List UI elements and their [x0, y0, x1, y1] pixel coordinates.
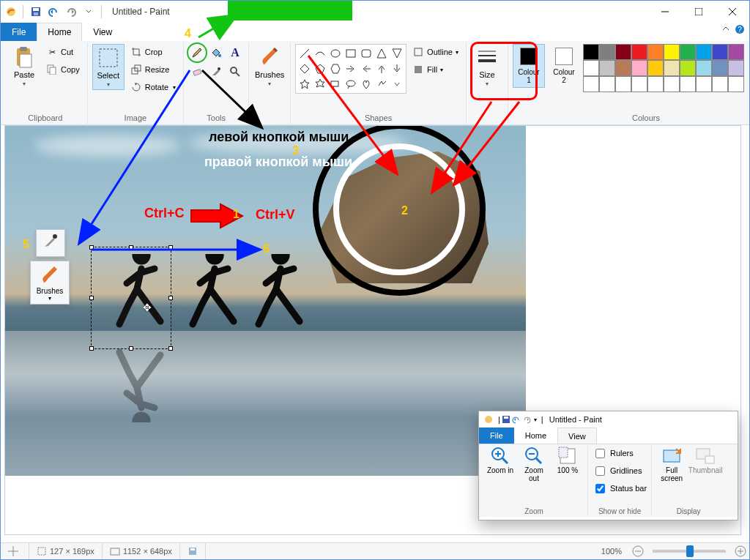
zoom-out-button[interactable]: Zoom out — [519, 446, 549, 482]
redo-icon[interactable] — [522, 415, 531, 424]
statusbar-checkbox[interactable]: Status bar — [593, 481, 647, 496]
fill-tool[interactable] — [207, 44, 225, 61]
colour-swatch[interactable] — [599, 44, 615, 60]
crop-button[interactable]: Crop — [127, 44, 179, 60]
save-icon[interactable] — [28, 4, 44, 20]
svg-rect-3 — [34, 12, 38, 15]
text-tool[interactable]: A — [226, 44, 244, 61]
colour-swatch[interactable] — [696, 60, 712, 76]
colour-swatch[interactable] — [696, 76, 712, 92]
save-icon[interactable] — [502, 415, 510, 424]
selection-size-icon — [37, 546, 47, 556]
selection-rectangle[interactable] — [91, 247, 171, 349]
zoom-out-btn[interactable] — [629, 543, 647, 559]
tab-home[interactable]: Home — [37, 23, 82, 41]
colour-swatch[interactable] — [664, 76, 680, 92]
zoom-100-button[interactable]: 100 % — [552, 446, 583, 474]
help-icon[interactable]: ? — [735, 24, 745, 34]
magnifier-tool[interactable] — [226, 63, 244, 81]
colour-swatch[interactable] — [712, 60, 728, 76]
rotate-button[interactable]: Rotate▾ — [127, 79, 179, 95]
picker-tool[interactable] — [207, 63, 225, 81]
minimize-button[interactable] — [648, 1, 682, 23]
colour-swatch[interactable] — [615, 76, 631, 92]
zoom-in-btn[interactable] — [732, 543, 749, 559]
copy-button[interactable]: Copy — [43, 61, 83, 78]
annotation-ctrl-c: Ctrl+C — [144, 206, 185, 221]
svg-rect-5 — [695, 8, 702, 15]
titlebar: Untitled - Paint — [1, 1, 749, 23]
svg-rect-65 — [705, 456, 714, 463]
floating-picker-tool[interactable] — [36, 229, 65, 257]
colour2-button[interactable]: Colour 2 — [548, 44, 580, 88]
tab-file[interactable]: File — [1, 23, 37, 41]
qat-customize-icon[interactable] — [81, 4, 97, 20]
minimize-ribbon-icon[interactable] — [721, 24, 730, 34]
resize-button[interactable]: Resize — [127, 61, 179, 78]
fullscreen-button[interactable]: Full screen — [656, 446, 687, 482]
colour-swatch[interactable] — [664, 44, 680, 60]
colour-swatch[interactable] — [647, 44, 664, 60]
mini-tab-view[interactable]: View — [557, 428, 597, 444]
edit-colours-button[interactable]: Edit colours — [747, 44, 750, 89]
svg-rect-14 — [50, 67, 56, 75]
colour-swatch[interactable] — [680, 44, 696, 60]
gridlines-checkbox[interactable]: Gridlines — [593, 463, 642, 478]
shapes-gallery[interactable] — [295, 44, 406, 94]
colour-swatch[interactable] — [712, 76, 728, 92]
colour-swatch[interactable] — [664, 60, 680, 76]
colour-swatch[interactable] — [647, 76, 664, 92]
colour-palette[interactable] — [583, 44, 744, 92]
close-button[interactable] — [716, 1, 749, 23]
paint-app-icon — [483, 414, 494, 425]
undo-icon[interactable] — [45, 4, 62, 20]
colour-swatch[interactable] — [583, 76, 599, 92]
svg-marker-30 — [316, 64, 324, 73]
canvas-size-icon — [110, 546, 120, 556]
select-button[interactable]: Select ▾ — [92, 44, 125, 90]
colour-swatch[interactable] — [631, 60, 647, 76]
colour-swatch[interactable] — [696, 44, 712, 60]
colour-swatch[interactable] — [647, 60, 664, 76]
colour-swatch[interactable] — [728, 44, 744, 60]
group-clipboard: Paste ▾ ✂Cut Copy Clipboard — [4, 42, 88, 125]
mini-tab-file[interactable]: File — [479, 428, 514, 444]
paste-button[interactable]: Paste ▾ — [8, 44, 40, 89]
svg-point-24 — [331, 50, 340, 57]
outline-icon — [412, 46, 424, 58]
mini-tab-home[interactable]: Home — [514, 428, 557, 444]
colour-swatch[interactable] — [631, 44, 647, 60]
floating-brushes-panel[interactable]: Brushes ▾ — [30, 261, 70, 305]
colour-swatch[interactable] — [728, 60, 744, 76]
zoom-slider[interactable] — [653, 550, 726, 553]
statusbar: 127 × 169px 1152 × 648px 100% — [1, 542, 749, 559]
outline-button[interactable]: Outline▾ — [409, 44, 461, 60]
annotation-num-6: 6 — [263, 242, 270, 255]
svg-line-59 — [536, 458, 541, 463]
colour-swatch[interactable] — [631, 76, 647, 92]
colour-swatch[interactable] — [615, 44, 631, 60]
colour-swatch[interactable] — [599, 60, 615, 76]
pencil-tool[interactable] — [188, 44, 206, 61]
group-colours: Colour 1 Colour 2 Edit colours Colours — [508, 42, 750, 125]
cut-button[interactable]: ✂Cut — [43, 44, 83, 60]
fill-button[interactable]: Fill▾ — [409, 61, 461, 78]
colour-swatch[interactable] — [583, 60, 599, 76]
undo-icon[interactable] — [512, 415, 521, 424]
colour-swatch[interactable] — [728, 76, 744, 92]
tab-view[interactable]: View — [82, 23, 123, 41]
copy-icon — [46, 64, 58, 75]
brushes-button[interactable]: Brushes ▾ — [253, 44, 286, 89]
zoom-in-button[interactable]: Zoom in — [485, 446, 516, 474]
colour-swatch[interactable] — [712, 44, 728, 60]
colour-swatch[interactable] — [599, 76, 615, 92]
mini-paint-window: | ▾ | Untitled - Paint File Home View Zo… — [478, 411, 738, 520]
colour-swatch[interactable] — [583, 44, 599, 60]
maximize-button[interactable] — [682, 1, 716, 23]
redo-icon[interactable] — [63, 4, 79, 20]
rulers-checkbox[interactable]: Rulers — [593, 446, 634, 460]
colour-swatch[interactable] — [680, 76, 696, 92]
colour-swatch[interactable] — [680, 60, 696, 76]
eraser-tool[interactable] — [188, 63, 206, 81]
colour-swatch[interactable] — [615, 60, 631, 76]
